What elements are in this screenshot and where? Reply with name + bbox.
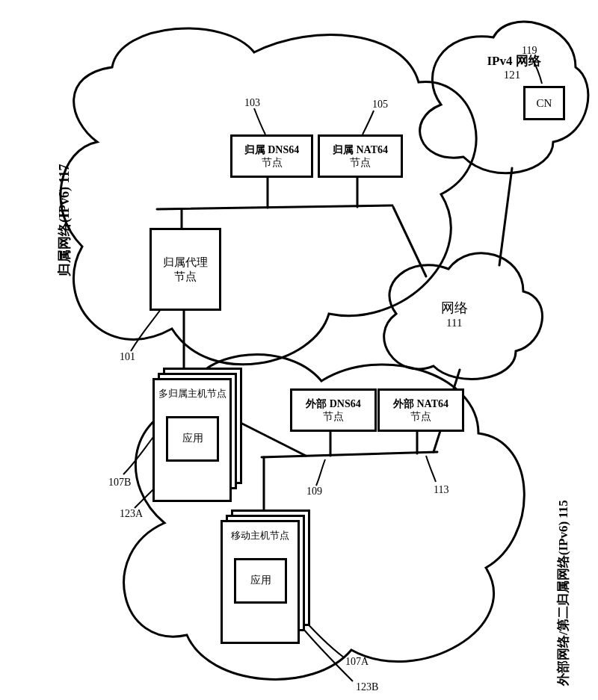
svg-line-7 xyxy=(262,452,437,457)
foreign-network-label: 外部网络/第二归属网络(IPv6) 115 xyxy=(555,500,572,686)
svg-line-0 xyxy=(393,207,426,276)
home-dns64-line2: 节点 xyxy=(232,157,311,168)
ref-103: 103 xyxy=(244,97,260,109)
intermediate-network-label: 网络 xyxy=(441,299,468,317)
ref-123B: 123B xyxy=(356,681,378,693)
mobile-host-app-label: 应用 xyxy=(236,574,285,586)
ref-113: 113 xyxy=(434,484,449,496)
foreign-nat64-node: 外部 NAT64 节点 xyxy=(377,388,464,432)
intermediate-network-num: 111 xyxy=(446,317,462,329)
ref-119: 119 xyxy=(522,45,537,57)
mobile-host-app-box: 应用 xyxy=(234,558,287,604)
mobile-host-label: 移动主机节点 xyxy=(223,530,298,542)
home-dns64-node: 归属 DNS64 节点 xyxy=(230,134,313,178)
ref-109: 109 xyxy=(306,486,322,498)
mobile-host-node: 移动主机节点 应用 xyxy=(221,520,300,644)
ref-105: 105 xyxy=(372,99,388,111)
svg-line-3 xyxy=(157,205,392,209)
multihomed-host-label: 多归属主机节点 xyxy=(155,388,229,400)
foreign-dns64-line2: 节点 xyxy=(292,411,374,422)
multihomed-host-app-label: 应用 xyxy=(168,433,217,444)
multihomed-host-node: 多归属主机节点 应用 xyxy=(152,378,232,502)
home-agent-line2: 节点 xyxy=(152,270,219,283)
ref-107B: 107B xyxy=(108,477,131,489)
ref-101: 101 xyxy=(120,351,135,363)
foreign-nat64-line1: 外部 NAT64 xyxy=(380,398,462,409)
foreign-nat64-line2: 节点 xyxy=(380,411,462,422)
home-nat64-line1: 归属 NAT64 xyxy=(320,144,401,155)
home-network-cloud xyxy=(61,28,476,365)
home-dns64-line1: 归属 DNS64 xyxy=(232,144,311,155)
cn-label: CN xyxy=(525,97,563,110)
home-nat64-node: 归属 NAT64 节点 xyxy=(318,134,403,178)
foreign-dns64-line1: 外部 DNS64 xyxy=(292,398,374,409)
ref-107A: 107A xyxy=(345,656,369,668)
home-agent-node: 归属代理 节点 xyxy=(150,228,221,311)
ref-123A: 123A xyxy=(120,508,143,520)
cn-node: CN xyxy=(523,86,565,120)
svg-line-1 xyxy=(499,168,512,265)
home-nat64-line2: 节点 xyxy=(320,157,401,168)
home-network-label: 归属网络(IPv6) 117 xyxy=(55,164,73,277)
diagram-stage: 归属网络(IPv6) 117 外部网络/第二归属网络(IPv6) 115 IPv… xyxy=(0,0,598,700)
multihomed-host-app-box: 应用 xyxy=(166,416,219,462)
foreign-dns64-node: 外部 DNS64 节点 xyxy=(290,388,377,432)
home-agent-line1: 归属代理 xyxy=(152,256,219,269)
ipv4-network-label: IPv4 网络 xyxy=(478,52,549,69)
ipv4-network-num: 121 xyxy=(493,69,531,81)
